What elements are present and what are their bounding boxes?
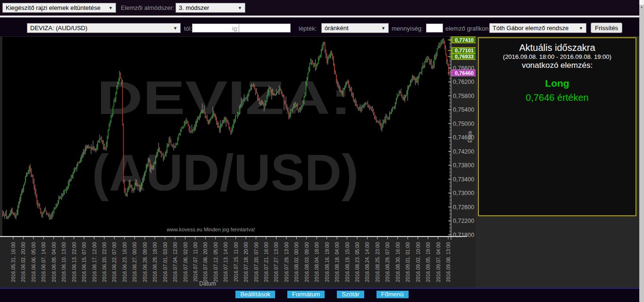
plot-background <box>2 37 449 237</box>
instrument-select-value: DEVIZA: (AUD/USD) <box>30 24 87 32</box>
analyzer-select[interactable]: Tóth Gábor elemző rendsze ▼ <box>489 23 586 33</box>
analysis-title: Aktuális időszakra <box>479 42 636 53</box>
chevron-down-icon: ▼ <box>378 26 385 31</box>
svg-text:2016.07.20. 07:00: 2016.07.20. 07:00 <box>253 242 259 282</box>
svg-text:2016.07.01. 03:00: 2016.07.01. 03:00 <box>162 242 168 282</box>
submethod-select[interactable]: 3. módszer ▼ <box>176 3 245 13</box>
svg-text:2016.06.28. 09:00: 2016.06.28. 09:00 <box>142 242 148 282</box>
svg-text:DEVIZA:: DEVIZA: <box>97 71 351 124</box>
x-axis-title: Dátum <box>199 280 216 287</box>
copyright-text: www.kovess.eu Minden jog fenntartva! <box>166 227 255 232</box>
svg-text:2016.07.12. 05:00: 2016.07.12. 05:00 <box>213 242 218 282</box>
svg-text:2016.08.30. 16:00: 2016.08.30. 16:00 <box>395 242 401 282</box>
svg-text:2016.08.19. 15:00: 2016.08.19. 15:00 <box>344 242 350 282</box>
scrollbar-track <box>639 0 644 5</box>
quantity-input[interactable] <box>426 24 443 33</box>
analyzer-label: elemző grafikon: <box>445 25 490 32</box>
svg-text:0,75400: 0,75400 <box>453 106 474 113</box>
svg-text:2016.07.21. 16:00: 2016.07.21. 16:00 <box>263 242 269 282</box>
candlestick-chart[interactable]: DEVIZA:(AUD/USD)www.kovess.eu Minden jog… <box>0 36 476 289</box>
svg-text:2016.08.02. 00:00: 2016.08.02. 00:00 <box>293 242 299 282</box>
svg-text:2016.05.31. 16:00: 2016.05.31. 16:00 <box>10 242 16 282</box>
svg-text:2016.06.20. 22:00: 2016.06.20. 22:00 <box>101 242 107 282</box>
analysis-period: (2016.09.08. 18:00 - 2016.09.08. 19:00) <box>479 53 636 61</box>
scroll-up-icon[interactable]: ▲ <box>639 5 644 8</box>
scale-select[interactable]: óránként ▼ <box>321 23 389 33</box>
svg-text:0,74200: 0,74200 <box>453 148 474 155</box>
svg-text:2016.06.23. 16:00: 2016.06.23. 16:00 <box>122 242 127 282</box>
svg-text:0,71800: 0,71800 <box>453 232 474 238</box>
svg-text:2016.07.04. 12:00: 2016.07.04. 12:00 <box>172 242 178 282</box>
svg-text:2016.07.18. 20:00: 2016.07.18. 20:00 <box>243 242 249 282</box>
svg-text:2016.09.07. 04:00: 2016.09.07. 04:00 <box>435 242 441 282</box>
svg-text:2016.08.29. 07:00: 2016.08.29. 07:00 <box>385 242 390 282</box>
svg-text:2016.08.18. 04:00: 2016.08.18. 04:00 <box>334 242 340 282</box>
quantity-label: mennyiség: <box>392 25 423 32</box>
svg-text:2016.06.06. 05:00: 2016.06.06. 05:00 <box>31 242 36 282</box>
format-button[interactable]: Formátum <box>287 291 325 298</box>
svg-text:2016.08.25. 23:00: 2016.08.25. 23:00 <box>375 242 380 282</box>
drawing-elements-select-value: Kiegészítő rajzi elemek eltüntetése <box>6 4 100 11</box>
instrument-select[interactable]: DEVIZA: (AUD/USD) ▼ <box>27 23 181 33</box>
y-axis-title: Érték <box>467 131 473 143</box>
signal-label: Long <box>479 78 636 89</box>
svg-text:2016.06.09. 04:00: 2016.06.09. 04:00 <box>51 242 57 282</box>
svg-text:2016.08.24. 14:00: 2016.08.24. 14:00 <box>364 242 370 282</box>
svg-text:0,76200: 0,76200 <box>453 79 474 85</box>
chart-area: DEVIZA:(AUD/USD)www.kovess.eu Minden jog… <box>0 36 476 289</box>
svg-text:0,73400: 0,73400 <box>453 176 474 183</box>
svg-text:2016.07.15. 11:00: 2016.07.15. 11:00 <box>233 242 239 282</box>
svg-text:0,77410: 0,77410 <box>455 37 474 43</box>
drawing-elements-select[interactable]: Kiegészítő rajzi elemek eltüntetése ▼ <box>2 3 116 13</box>
svg-text:2016.07.27. 13:00: 2016.07.27. 13:00 <box>273 242 279 282</box>
analysis-subtitle: vonatkozó elemzés: <box>479 61 636 70</box>
x-axis: 2016.05.31. 16:002016.06.02. 20:002016.0… <box>0 237 467 282</box>
svg-text:2016.08.03. 09:00: 2016.08.03. 09:00 <box>304 242 309 282</box>
svg-text:2016.09.05. 19:00: 2016.09.05. 19:00 <box>425 242 431 282</box>
footer: Beállítások Formátum Szótár Főmenü <box>0 288 644 302</box>
svg-text:2016.08.04. 18:00: 2016.08.04. 18:00 <box>314 242 319 282</box>
svg-text:2016.06.29. 18:00: 2016.06.29. 18:00 <box>152 242 158 282</box>
svg-text:2016.07.08. 20:00: 2016.07.08. 20:00 <box>202 242 208 282</box>
chevron-down-icon: ▼ <box>576 26 583 31</box>
from-label: tól: <box>184 25 192 32</box>
refresh-button[interactable]: Frissítés <box>591 23 622 33</box>
svg-text:0,73800: 0,73800 <box>453 162 474 169</box>
to-input[interactable] <box>239 24 291 33</box>
svg-text:2016.06.27. 00:00: 2016.06.27. 00:00 <box>132 242 137 282</box>
analysis-panel: Aktuális időszakra (2016.09.08. 18:00 - … <box>478 37 636 216</box>
submethod-select-value: 3. módszer <box>179 4 209 11</box>
svg-text:0,76460: 0,76460 <box>455 70 474 76</box>
submethod-label: Elemzői almódszer: <box>121 4 174 11</box>
scrollbar[interactable]: ▲ <box>639 0 644 302</box>
main-menu-button[interactable]: Főmenü <box>376 291 409 298</box>
svg-text:2016.06.17. 12:00: 2016.06.17. 12:00 <box>92 242 97 282</box>
svg-text:0,72200: 0,72200 <box>453 218 474 224</box>
svg-text:2016.06.15. 07:00: 2016.06.15. 07:00 <box>81 242 87 282</box>
svg-text:2016.08.23. 05:00: 2016.08.23. 05:00 <box>354 242 360 282</box>
toolbar: DEVIZA: (AUD/USD) ▼ tól: ig: lépték: órá… <box>0 17 644 36</box>
svg-text:2016.07.06. 02:00: 2016.07.06. 02:00 <box>183 242 188 282</box>
svg-text:0,75800: 0,75800 <box>453 93 474 99</box>
svg-text:0,73000: 0,73000 <box>453 190 474 196</box>
svg-text:2016.06.22. 07:00: 2016.06.22. 07:00 <box>111 242 117 282</box>
svg-text:2016.06.13. 22:00: 2016.06.13. 22:00 <box>71 242 77 282</box>
analyzer-select-value: Tóth Gábor elemző rendsze <box>493 24 569 32</box>
glossary-button[interactable]: Szótár <box>337 291 364 298</box>
scale-select-value: óránként <box>325 24 349 32</box>
svg-text:2016.07.13. 14:00: 2016.07.13. 14:00 <box>223 242 228 282</box>
svg-text:2016.09.01. 01:00: 2016.09.01. 01:00 <box>405 242 410 282</box>
analysis-region: Aktuális időszakra (2016.09.08. 18:00 - … <box>476 36 640 289</box>
svg-text:2016.07.07. 11:00: 2016.07.07. 11:00 <box>192 242 198 282</box>
settings-button[interactable]: Beállítások <box>235 291 275 298</box>
svg-text:2016.09.08. 13:00: 2016.09.08. 13:00 <box>445 242 451 282</box>
app-root: Kiegészítő rajzi elemek eltüntetése ▼ El… <box>0 0 644 302</box>
to-label: ig: <box>232 25 239 32</box>
topbar: Kiegészítő rajzi elemek eltüntetése ▼ El… <box>0 0 644 16</box>
svg-text:2016.06.10. 13:00: 2016.06.10. 13:00 <box>61 242 67 282</box>
scale-label: lépték: <box>299 25 317 32</box>
svg-text:2016.06.02. 20:00: 2016.06.02. 20:00 <box>20 242 26 282</box>
svg-text:2016.08.16. 19:00: 2016.08.16. 19:00 <box>324 242 330 282</box>
svg-text:0,77101: 0,77101 <box>455 48 474 53</box>
signal-value: 0,7646 értéken <box>479 92 636 103</box>
